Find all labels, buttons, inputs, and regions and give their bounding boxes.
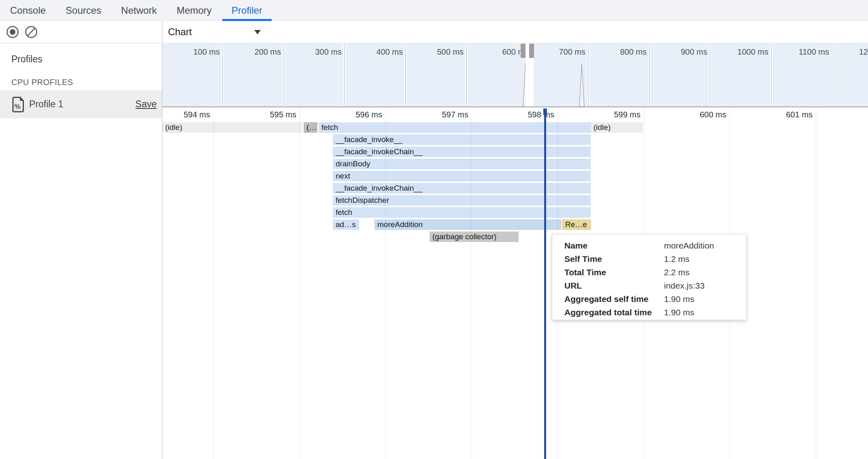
tooltip-label: Name — [552, 241, 664, 251]
flame-frame-truncated[interactable]: (… — [304, 122, 317, 133]
tab-console[interactable]: Console — [1, 0, 55, 21]
tooltip-label: Self Time — [552, 254, 664, 264]
ms-gridline — [385, 108, 386, 459]
flame-frame-facade-invokechain[interactable]: __facade_invokeChain__ — [333, 147, 591, 157]
overview-bottom-border — [162, 106, 868, 107]
tooltip-label: Total Time — [552, 268, 664, 277]
flame-frame-garbage-collector[interactable]: (garbage collector) — [430, 232, 519, 242]
tooltip-value: 1.90 ms — [664, 308, 694, 317]
flame-chart-pane: 100 ms 200 ms 300 ms 400 ms 500 ms 600 m… — [162, 0, 868, 459]
tooltip-label: Aggregated self time — [552, 294, 664, 304]
flame-frame-fetchdispatcher[interactable]: fetchDispatcher — [333, 195, 591, 206]
ruler-time-label: 597 ms — [400, 110, 468, 119]
ms-gridline — [213, 108, 214, 459]
timeline-overview[interactable]: 100 ms 200 ms 300 ms 400 ms 500 ms 600 m… — [162, 44, 868, 107]
tooltip-value: 2.2 ms — [664, 268, 689, 277]
ruler-time-label: 599 ms — [572, 110, 640, 119]
tooltip-value: moreAddition — [664, 241, 714, 251]
flame-frame-idle[interactable]: (idle) — [591, 122, 643, 133]
ms-gridline — [300, 108, 300, 459]
svg-text:%: % — [14, 103, 20, 110]
ruler-time-label: 596 ms — [313, 110, 382, 119]
tooltip-value: 1.90 ms — [664, 294, 694, 304]
tab-network[interactable]: Network — [112, 0, 166, 21]
flame-frame-addition-truncated[interactable]: ad…s — [333, 219, 359, 230]
flame-frame-response-truncated[interactable]: Re…e — [562, 219, 591, 230]
frame-details-tooltip: Name moreAddition Self Time 1.2 ms Total… — [552, 234, 747, 320]
flame-frame-facade-invoke[interactable]: __facade_invoke__ — [333, 134, 591, 145]
ruler-time-label: 594 ms — [141, 110, 210, 119]
cpu-profiles-section-label: CPU PROFILES — [11, 78, 73, 87]
flame-frame-fetch[interactable]: fetch — [333, 207, 591, 218]
profile-name: Profile 1 — [29, 99, 63, 110]
flame-frame-idle[interactable]: (idle) — [162, 122, 302, 133]
ruler-time-label: 601 ms — [744, 110, 813, 119]
flame-frame-next[interactable]: next — [333, 171, 591, 181]
cpu-activity-spikes — [162, 44, 868, 107]
selection-handle-left[interactable] — [521, 44, 525, 58]
tooltip-label: URL — [552, 281, 664, 291]
time-marker-line[interactable] — [544, 108, 546, 459]
flame-frame-fetch[interactable]: fetch — [319, 122, 591, 133]
ms-gridline — [472, 108, 472, 459]
selection-handle-right[interactable] — [529, 44, 534, 58]
tooltip-value: 1.2 ms — [664, 254, 689, 264]
tooltip-label: Aggregated total time — [552, 308, 664, 317]
tooltip-value: index.js:33 — [664, 281, 704, 291]
profile-list-item[interactable]: % Profile 1 Save — [0, 90, 162, 118]
clear-profiles-button[interactable] — [25, 26, 38, 38]
save-profile-link[interactable]: Save — [136, 99, 157, 110]
ruler-time-label: 600 ms — [657, 110, 726, 119]
flame-frame-drainbody[interactable]: drainBody — [333, 159, 591, 169]
flame-frame-moreaddition[interactable]: moreAddition — [374, 219, 562, 230]
ms-gridline — [816, 108, 816, 459]
profiles-heading: Profiles — [11, 54, 43, 65]
profile-document-icon: % — [12, 96, 25, 113]
ruler-time-label: 595 ms — [228, 110, 296, 119]
flame-frame-facade-invokechain[interactable]: __facade_invokeChain__ — [333, 183, 591, 193]
tab-sources[interactable]: Sources — [56, 0, 111, 21]
devtools-profiler-panel: Console Sources Network Memory Profiler … — [0, 0, 868, 459]
record-profile-button[interactable] — [6, 26, 19, 38]
